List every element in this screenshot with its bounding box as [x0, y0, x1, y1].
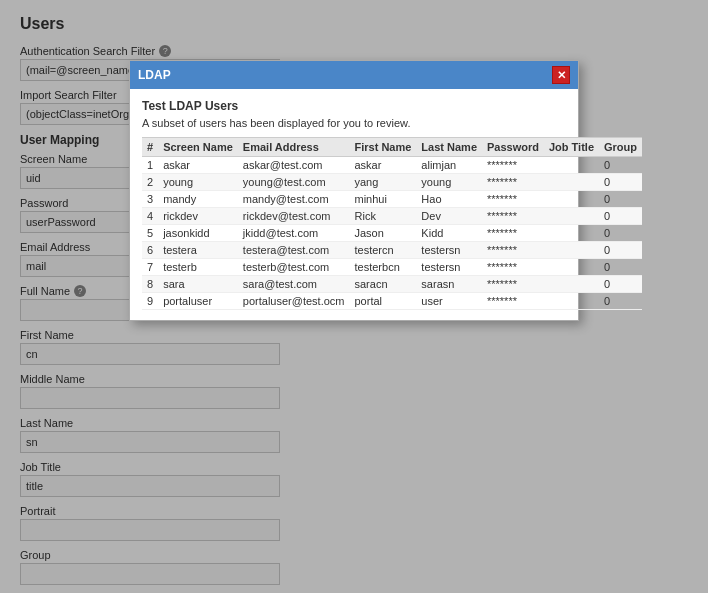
table-row: 6testeratestera@test.comtestercntestersn…	[142, 242, 642, 259]
table-cell: testerb	[158, 259, 238, 276]
table-cell: Rick	[350, 208, 417, 225]
table-cell: rickdev@test.com	[238, 208, 350, 225]
table-cell: Dev	[416, 208, 482, 225]
table-cell: 8	[142, 276, 158, 293]
table-cell: Jason	[350, 225, 417, 242]
table-cell: rickdev	[158, 208, 238, 225]
table-cell: testersn	[416, 242, 482, 259]
table-cell	[544, 293, 599, 310]
table-cell	[544, 208, 599, 225]
table-cell: testercn	[350, 242, 417, 259]
table-cell: 0	[599, 225, 642, 242]
table-cell: 6	[142, 242, 158, 259]
table-cell: Hao	[416, 191, 482, 208]
table-cell: 0	[599, 259, 642, 276]
table-cell: young@test.com	[238, 174, 350, 191]
table-column-header: Job Title	[544, 138, 599, 157]
table-cell: 0	[599, 242, 642, 259]
ldap-modal: LDAP ✕ Test LDAP Users A subset of users…	[129, 60, 579, 321]
table-cell: portaluser@test.ocm	[238, 293, 350, 310]
table-cell: askar@test.com	[238, 157, 350, 174]
table-cell: *******	[482, 157, 544, 174]
table-row: 2youngyoung@test.comyangyoung*******0	[142, 174, 642, 191]
table-row: 9portaluserportaluser@test.ocmportaluser…	[142, 293, 642, 310]
table-cell: jkidd@test.com	[238, 225, 350, 242]
table-cell: jasonkidd	[158, 225, 238, 242]
table-cell	[544, 225, 599, 242]
table-row: 7testerbtesterb@test.comtesterbcntesters…	[142, 259, 642, 276]
table-cell: 0	[599, 208, 642, 225]
table-cell: 7	[142, 259, 158, 276]
table-cell: 0	[599, 157, 642, 174]
table-cell: portal	[350, 293, 417, 310]
table-cell: Kidd	[416, 225, 482, 242]
table-cell: yang	[350, 174, 417, 191]
table-column-header: Email Address	[238, 138, 350, 157]
modal-close-button[interactable]: ✕	[552, 66, 570, 84]
table-cell: 0	[599, 191, 642, 208]
table-header-row: #Screen NameEmail AddressFirst NameLast …	[142, 138, 642, 157]
table-cell	[544, 259, 599, 276]
table-cell: askar	[350, 157, 417, 174]
table-cell: minhui	[350, 191, 417, 208]
table-cell: *******	[482, 259, 544, 276]
modal-body: Test LDAP Users A subset of users has be…	[130, 89, 578, 320]
table-cell: testerb@test.com	[238, 259, 350, 276]
table-cell: sarasn	[416, 276, 482, 293]
table-cell: *******	[482, 174, 544, 191]
table-cell: 1	[142, 157, 158, 174]
table-cell: testera	[158, 242, 238, 259]
table-row: 4rickdevrickdev@test.comRickDev*******0	[142, 208, 642, 225]
table-column-header: Password	[482, 138, 544, 157]
page-container: Users Authentication Search Filter ? Imp…	[0, 0, 708, 593]
table-row: 3mandymandy@test.comminhuiHao*******0	[142, 191, 642, 208]
table-column-header: #	[142, 138, 158, 157]
modal-overlay: LDAP ✕ Test LDAP Users A subset of users…	[0, 0, 708, 593]
table-cell	[544, 276, 599, 293]
table-cell: 2	[142, 174, 158, 191]
table-cell: 3	[142, 191, 158, 208]
table-cell: saracn	[350, 276, 417, 293]
table-cell: 0	[599, 293, 642, 310]
table-cell: *******	[482, 276, 544, 293]
table-row: 1askaraskar@test.comaskaralimjan*******0	[142, 157, 642, 174]
table-cell: askar	[158, 157, 238, 174]
table-cell: *******	[482, 191, 544, 208]
table-cell: young	[416, 174, 482, 191]
table-cell: *******	[482, 225, 544, 242]
table-header: #Screen NameEmail AddressFirst NameLast …	[142, 138, 642, 157]
table-cell: user	[416, 293, 482, 310]
table-cell: testersn	[416, 259, 482, 276]
table-cell: mandy	[158, 191, 238, 208]
table-cell	[544, 191, 599, 208]
table-cell: alimjan	[416, 157, 482, 174]
table-cell	[544, 174, 599, 191]
modal-header: LDAP ✕	[130, 61, 578, 89]
modal-subtitle: Test LDAP Users	[142, 99, 566, 113]
modal-title: LDAP	[138, 68, 171, 82]
table-cell: sara	[158, 276, 238, 293]
table-cell: *******	[482, 208, 544, 225]
table-column-header: Group	[599, 138, 642, 157]
table-cell: young	[158, 174, 238, 191]
table-cell: *******	[482, 293, 544, 310]
table-cell: sara@test.com	[238, 276, 350, 293]
table-cell: 9	[142, 293, 158, 310]
table-cell	[544, 157, 599, 174]
table-cell: 0	[599, 276, 642, 293]
table-cell: mandy@test.com	[238, 191, 350, 208]
ldap-users-table: #Screen NameEmail AddressFirst NameLast …	[142, 137, 642, 310]
table-cell: 4	[142, 208, 158, 225]
table-cell	[544, 242, 599, 259]
table-cell: *******	[482, 242, 544, 259]
table-cell: testera@test.com	[238, 242, 350, 259]
table-cell: portaluser	[158, 293, 238, 310]
table-body: 1askaraskar@test.comaskaralimjan*******0…	[142, 157, 642, 310]
table-cell: 0	[599, 174, 642, 191]
table-column-header: Screen Name	[158, 138, 238, 157]
modal-description: A subset of users has been displayed for…	[142, 117, 566, 129]
table-row: 8sarasara@test.comsaracnsarasn*******0	[142, 276, 642, 293]
table-cell: 5	[142, 225, 158, 242]
table-column-header: Last Name	[416, 138, 482, 157]
table-column-header: First Name	[350, 138, 417, 157]
